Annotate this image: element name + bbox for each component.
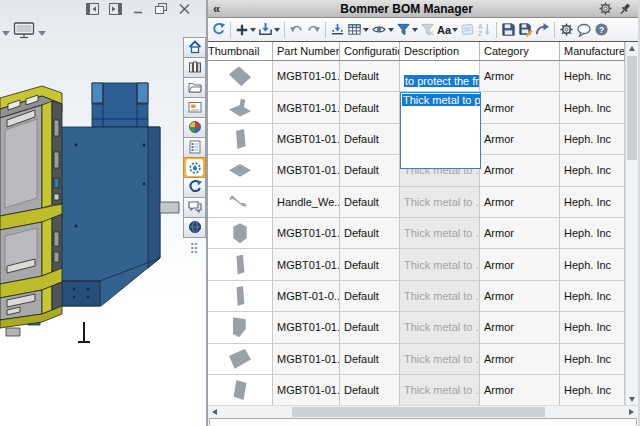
- tab-comments[interactable]: [183, 197, 206, 218]
- visibility-icon[interactable]: [370, 20, 395, 39]
- configuration-cell[interactable]: Default: [340, 375, 400, 406]
- description-cell[interactable]: Thick metal to ...: [400, 218, 480, 249]
- columns-icon[interactable]: [346, 20, 370, 39]
- category-cell[interactable]: Armor: [480, 155, 560, 186]
- manufacturer-cell[interactable]: Heph. Inc: [560, 281, 625, 312]
- table-row[interactable]: MGBT01-01... Default Thick metal to ... …: [208, 375, 638, 406]
- close-icon[interactable]: [178, 3, 192, 16]
- configuration-cell[interactable]: Default: [340, 344, 400, 375]
- edit-notes-icon[interactable]: [459, 20, 476, 39]
- thumbnail-cell[interactable]: [208, 187, 273, 218]
- tab-resources[interactable]: [183, 57, 206, 78]
- description-cell[interactable]: Thick metal to ...: [400, 281, 480, 312]
- column-header-part-number[interactable]: Part Number: [273, 42, 340, 60]
- description-cell[interactable]: Thick metal to ...: [400, 344, 480, 375]
- configuration-cell[interactable]: Default: [340, 92, 400, 123]
- thumbnail-cell[interactable]: [208, 218, 273, 249]
- category-cell[interactable]: Armor: [480, 344, 560, 375]
- horizontal-scrollbar[interactable]: [208, 405, 638, 418]
- tab-web[interactable]: [183, 217, 206, 238]
- part-number-cell[interactable]: MGBT01-01...: [273, 92, 340, 123]
- column-header-thumbnail[interactable]: Thumbnail: [208, 42, 273, 60]
- sort-icon[interactable]: AZ: [476, 20, 493, 39]
- column-header-description[interactable]: Description: [400, 42, 480, 60]
- dropdown-caret-icon[interactable]: [2, 26, 10, 38]
- category-cell[interactable]: Armor: [480, 312, 560, 343]
- table-row[interactable]: Handle_We... Default Thick metal to ... …: [208, 187, 638, 218]
- save-as-icon[interactable]: [517, 20, 534, 39]
- settings-icon[interactable]: [558, 20, 575, 39]
- collapse-panel-button[interactable]: «: [213, 2, 220, 16]
- manufacturer-cell[interactable]: Heph. Inc: [560, 155, 625, 186]
- description-cell[interactable]: to protect the frame: [400, 61, 480, 92]
- manufacturer-cell[interactable]: Heph. Inc: [560, 249, 625, 280]
- help-icon[interactable]: ?: [593, 20, 610, 39]
- tab-custom-properties[interactable]: [183, 137, 206, 158]
- configuration-cell[interactable]: Default: [340, 218, 400, 249]
- configuration-cell[interactable]: Default: [340, 249, 400, 280]
- feedback-icon[interactable]: [575, 20, 593, 39]
- scroll-left-arrow[interactable]: [208, 406, 221, 418]
- manufacturer-cell[interactable]: Heph. Inc: [560, 375, 625, 406]
- category-cell[interactable]: Armor: [480, 187, 560, 218]
- part-number-cell[interactable]: MGBT01-01...: [273, 155, 340, 186]
- table-row[interactable]: MGBT01-01... Default Thick metal to ... …: [208, 344, 638, 375]
- cad-viewport[interactable]: [0, 0, 208, 426]
- tab-bommer[interactable]: [183, 157, 206, 178]
- tab-sync[interactable]: [183, 177, 206, 198]
- part-number-cell[interactable]: MGBT01-01...: [273, 375, 340, 406]
- configuration-cell[interactable]: Default: [340, 312, 400, 343]
- scroll-up-arrow[interactable]: [626, 42, 638, 55]
- manufacturer-cell[interactable]: Heph. Inc: [560, 312, 625, 343]
- part-number-cell[interactable]: MGBT01-01...: [273, 124, 340, 155]
- scroll-right-arrow[interactable]: [625, 406, 638, 418]
- dock-right-icon[interactable]: [109, 3, 123, 16]
- description-cell[interactable]: Thick metal to ...: [400, 312, 480, 343]
- description-cell[interactable]: Thick metal to ...: [400, 375, 480, 406]
- table-row[interactable]: MGBT01-01... Default Thick metal to ... …: [208, 218, 638, 249]
- category-cell[interactable]: Armor: [480, 61, 560, 92]
- settings-gear-icon[interactable]: [597, 1, 613, 16]
- dock-left-icon[interactable]: [86, 3, 100, 16]
- thumbnail-cell[interactable]: [208, 281, 273, 312]
- vertical-scrollbar[interactable]: [625, 42, 638, 406]
- tab-view-palette[interactable]: [183, 97, 206, 118]
- configuration-cell[interactable]: Default: [340, 281, 400, 312]
- thumbnail-cell[interactable]: [208, 61, 273, 92]
- share-icon[interactable]: [534, 20, 551, 39]
- thumbnail-cell[interactable]: [208, 312, 273, 343]
- configuration-cell[interactable]: Default: [340, 187, 400, 218]
- configuration-cell[interactable]: Default: [340, 124, 400, 155]
- tab-home[interactable]: [183, 37, 206, 58]
- description-cell[interactable]: Thick metal to ...: [400, 249, 480, 280]
- configuration-cell[interactable]: Default: [340, 61, 400, 92]
- part-number-cell[interactable]: MGBT01-01...: [273, 344, 340, 375]
- display-settings-icon[interactable]: [13, 22, 35, 41]
- table-row[interactable]: MGBT01-01... Default Thick metal to ... …: [208, 249, 638, 280]
- category-cell[interactable]: Armor: [480, 124, 560, 155]
- text-format-icon[interactable]: Aa: [436, 20, 459, 39]
- manufacturer-cell[interactable]: Heph. Inc: [560, 344, 625, 375]
- manufacturer-cell[interactable]: Heph. Inc: [560, 187, 625, 218]
- category-cell[interactable]: Armor: [480, 92, 560, 123]
- column-header-configuration[interactable]: Configuration: [340, 42, 400, 60]
- manufacturer-cell[interactable]: Heph. Inc: [560, 61, 625, 92]
- description-cell[interactable]: Thick metal to ...: [400, 187, 480, 218]
- part-number-cell[interactable]: MGBT01-01...: [273, 312, 340, 343]
- description-edit-box[interactable]: Thick metal to prote: [400, 92, 481, 169]
- category-cell[interactable]: Armor: [480, 281, 560, 312]
- category-cell[interactable]: Armor: [480, 249, 560, 280]
- configuration-cell[interactable]: Default: [340, 155, 400, 186]
- minimize-icon[interactable]: [132, 3, 146, 16]
- save-icon[interactable]: [500, 20, 517, 39]
- column-header-category[interactable]: Category: [480, 42, 560, 60]
- horizontal-scroll-thumb[interactable]: [292, 407, 545, 417]
- undo-icon[interactable]: [288, 20, 305, 39]
- manufacturer-cell[interactable]: Heph. Inc: [560, 218, 625, 249]
- part-number-cell[interactable]: MGBT01-01...: [273, 61, 340, 92]
- vertical-scroll-thumb[interactable]: [627, 56, 637, 160]
- thumbnail-cell[interactable]: [208, 249, 273, 280]
- tab-appearances[interactable]: [183, 117, 206, 138]
- thumbnail-cell[interactable]: [208, 155, 273, 186]
- manufacturer-cell[interactable]: Heph. Inc: [560, 92, 625, 123]
